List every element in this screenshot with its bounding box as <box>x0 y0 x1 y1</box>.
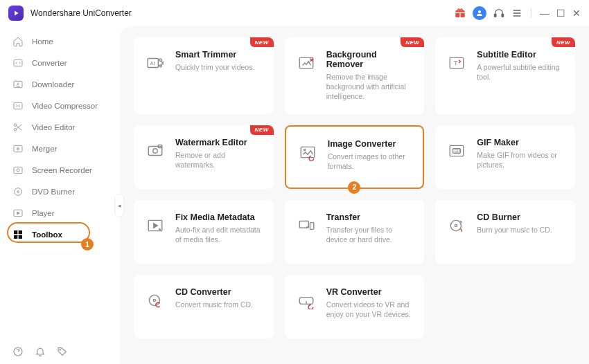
sidebar-item-video-editor[interactable]: Video Editor <box>0 116 120 138</box>
new-badge: NEW <box>552 37 575 47</box>
record-icon <box>12 165 24 176</box>
svg-point-10 <box>15 188 22 195</box>
hamburger-menu-icon[interactable] <box>511 8 522 19</box>
svg-rect-29 <box>301 147 315 157</box>
svg-point-5 <box>14 124 16 126</box>
svg-text:T: T <box>454 59 458 66</box>
card-desc: Burn your music to CD. <box>477 225 552 235</box>
sidebar-item-player[interactable]: Player <box>0 202 120 224</box>
card-vr-converter[interactable]: VR ConverterConvert videos to VR and enj… <box>285 275 425 338</box>
scissors-icon <box>12 122 24 133</box>
cdburn-icon <box>446 215 467 236</box>
card-title: Fix Media Metadata <box>175 212 263 222</box>
svg-point-9 <box>17 169 19 172</box>
svg-rect-16 <box>19 235 22 238</box>
card-smart-trimmer[interactable]: NEWAISmart TrimmerQuickly trim your vide… <box>134 37 274 114</box>
sidebar-item-label: Player <box>32 209 55 217</box>
card-title: Subtitle Editor <box>477 50 564 60</box>
card-title: CD Converter <box>175 287 253 297</box>
converter-icon <box>12 57 24 69</box>
imgconv-icon <box>297 142 318 163</box>
merge-icon <box>12 143 24 154</box>
sidebar-item-toolbox[interactable]: Toolbox1 <box>0 224 120 245</box>
new-badge: NEW <box>401 37 424 47</box>
svg-point-38 <box>455 224 457 226</box>
svg-point-18 <box>60 349 60 350</box>
card-background-remover[interactable]: NEWBackground RemoverRemove the image ba… <box>285 37 425 114</box>
help-icon[interactable] <box>12 346 24 357</box>
new-badge: NEW <box>250 37 274 47</box>
app-title: Wondershare UniConverter <box>30 8 132 18</box>
new-badge: NEW <box>250 125 274 135</box>
user-avatar-icon[interactable] <box>473 6 486 20</box>
annotation-badge-1: 1 <box>81 238 94 251</box>
card-title: Smart Trimmer <box>175 50 254 60</box>
sidebar-item-video-compressor[interactable]: Video Compressor <box>0 95 120 116</box>
svg-rect-14 <box>19 230 22 234</box>
notification-bell-icon[interactable] <box>35 346 46 357</box>
card-title: Watermark Editor <box>175 138 263 147</box>
card-desc: Convert music from CD. <box>175 300 253 309</box>
sidebar-item-label: Toolbox <box>32 230 62 239</box>
dvd-icon <box>12 186 24 197</box>
download-icon <box>12 79 24 90</box>
svg-point-11 <box>17 190 19 192</box>
content-area: NEWAISmart TrimmerQuickly trim your vide… <box>120 26 589 364</box>
card-title: VR Converter <box>326 287 414 297</box>
compress-icon <box>12 100 24 111</box>
vr-icon <box>296 290 317 311</box>
bgremove-icon <box>296 53 317 73</box>
svg-text:AI: AI <box>150 60 155 66</box>
sidebar-item-merger[interactable]: Merger <box>0 138 120 159</box>
subtitle-icon: T <box>446 53 467 73</box>
support-headset-icon[interactable] <box>493 8 504 19</box>
window-close-icon[interactable]: ✕ <box>572 8 581 18</box>
card-transfer[interactable]: TransferTransfer your files to device or… <box>285 200 425 264</box>
app-logo <box>8 6 24 21</box>
card-desc: Convert images to other formats. <box>328 152 412 171</box>
card-desc: Make GIF from videos or pictures. <box>477 150 564 170</box>
window-maximize-icon[interactable]: ☐ <box>556 8 565 18</box>
card-fix-media-metadata[interactable]: Fix Media MetadataAuto-fix and edit meta… <box>134 200 274 264</box>
window-minimize-icon[interactable]: — <box>540 8 550 18</box>
sidebar-item-dvd-burner[interactable]: DVD Burner <box>0 181 120 202</box>
svg-rect-1 <box>502 14 504 17</box>
sidebar-item-label: Merger <box>32 145 57 153</box>
sidebar-item-downloader[interactable]: Downloader <box>0 73 120 95</box>
sidebar-item-label: Video Editor <box>32 123 75 131</box>
sidebar-collapse-button[interactable]: ◂ <box>114 194 124 217</box>
sidebar-item-label: Downloader <box>32 80 74 89</box>
card-title: Image Converter <box>328 139 412 149</box>
sidebar-item-screen-recorder[interactable]: Screen Recorder <box>0 159 120 181</box>
card-desc: Remove or add watermarks. <box>175 150 263 170</box>
svg-rect-8 <box>14 167 22 173</box>
card-cd-burner[interactable]: CD BurnerBurn your music to CD. <box>435 200 575 264</box>
home-icon <box>12 36 24 47</box>
svg-point-40 <box>153 299 155 301</box>
card-subtitle-editor[interactable]: NEWTSubtitle EditorA powerful subtitle e… <box>435 37 575 114</box>
card-gif-maker[interactable]: GIFGIF MakerMake GIF from videos or pict… <box>435 125 575 189</box>
sidebar-item-label: DVD Burner <box>32 188 75 196</box>
card-image-converter[interactable]: Image ConverterConvert images to other f… <box>285 125 425 189</box>
svg-point-30 <box>304 149 305 150</box>
watermark-icon <box>145 140 166 161</box>
sidebar-item-home[interactable]: Home <box>0 30 120 52</box>
svg-point-27 <box>153 148 158 153</box>
card-cd-converter[interactable]: CD ConverterConvert music from CD. <box>134 275 274 338</box>
sidebar-bottom-bar <box>12 346 68 357</box>
gif-icon: GIF <box>446 140 467 161</box>
trimmer-icon: AI <box>145 53 166 73</box>
metadata-icon <box>145 215 166 236</box>
card-title: GIF Maker <box>477 138 564 147</box>
sidebar-item-converter[interactable]: Converter <box>0 52 120 73</box>
gift-icon[interactable] <box>455 8 466 19</box>
play-icon <box>12 208 24 219</box>
sidebar-item-label: Screen Recorder <box>32 166 92 174</box>
transfer-icon <box>296 215 317 236</box>
card-title: Background Remover <box>326 50 414 69</box>
card-desc: Convert videos to VR and enjoy on your V… <box>326 300 414 319</box>
svg-point-6 <box>14 128 16 130</box>
card-watermark-editor[interactable]: NEWWatermark EditorRemove or add waterma… <box>134 125 274 189</box>
cdconv-icon <box>145 290 166 311</box>
discount-tag-icon[interactable] <box>57 346 68 357</box>
